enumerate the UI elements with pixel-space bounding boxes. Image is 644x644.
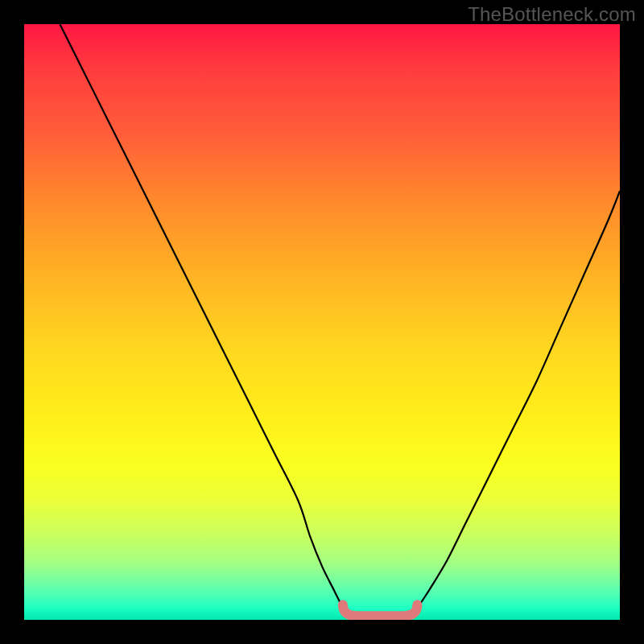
curve-layer [24,24,620,620]
watermark-text: TheBottleneck.com [468,3,636,26]
curve-right [417,191,620,608]
chart-frame: TheBottleneck.com [0,0,644,644]
plot-area [24,24,620,620]
curve-left [60,24,343,608]
